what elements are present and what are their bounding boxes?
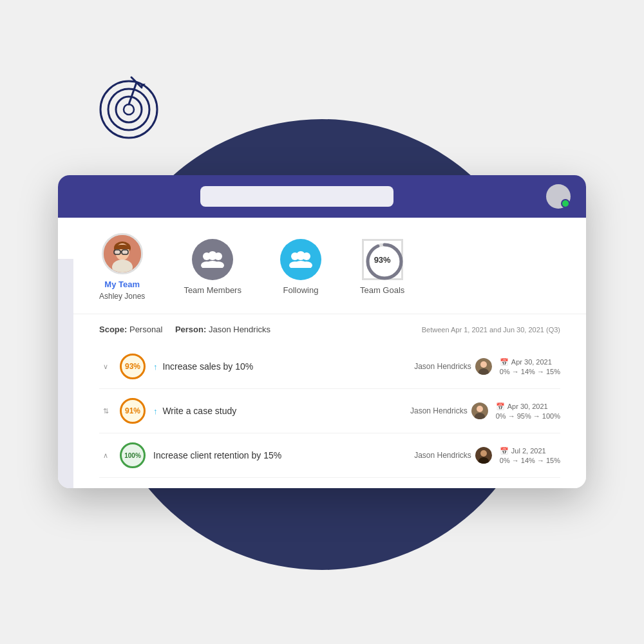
bullseye-icon xyxy=(97,71,174,148)
team-goals-percent: 93% xyxy=(374,255,391,265)
goal-row-2: ⇅ 91% ↑ Write a case study Jason Hendric… xyxy=(99,389,560,433)
svg-point-33 xyxy=(477,406,483,412)
person-avatar-3 xyxy=(475,447,492,464)
svg-point-19 xyxy=(208,251,217,260)
scope-value: Personal xyxy=(129,325,162,334)
tab-my-team[interactable]: My Team Ashley Jones xyxy=(99,233,145,301)
goal-person-1: Jason Hendricks xyxy=(414,358,492,375)
svg-point-25 xyxy=(296,251,305,260)
my-team-label: My Team xyxy=(104,279,140,289)
person-avatar-2 xyxy=(471,402,488,419)
goal-row-3: ∧ 100% Increase client retention by 15% … xyxy=(99,433,560,478)
expand-toggle-3[interactable]: ∧ xyxy=(99,451,112,460)
search-input[interactable] xyxy=(200,186,393,207)
tab-team-goals[interactable]: 93% Team Goals xyxy=(360,239,404,295)
person-value: Jason Hendricks xyxy=(209,325,270,334)
trend-icon-2: ↑ xyxy=(153,406,158,416)
calendar-icon-3: 📅 xyxy=(500,447,509,455)
team-goals-label: Team Goals xyxy=(360,285,404,295)
content-area: Scope: Personal Person: Jason Hendricks … xyxy=(73,314,586,488)
svg-line-4 xyxy=(129,82,137,104)
team-goals-ring: 93% xyxy=(362,239,403,280)
goal-badge-1: 93% xyxy=(120,354,146,379)
goal-text-3: Increase client retention by 15% xyxy=(153,450,406,460)
date-range: Between Apr 1, 2021 and Jun 30, 2021 (Q3… xyxy=(422,326,560,334)
ashley-jones-label: Ashley Jones xyxy=(99,292,145,301)
scope-info: Scope: Personal Person: Jason Hendricks xyxy=(99,325,270,334)
nav-tabs: My Team Ashley Jones xyxy=(73,218,586,314)
following-icon-bg xyxy=(280,239,321,280)
svg-point-1 xyxy=(108,89,149,130)
svg-point-30 xyxy=(480,361,487,368)
goal-person-2: Jason Hendricks xyxy=(410,402,488,419)
scope-bar: Scope: Personal Person: Jason Hendricks … xyxy=(99,325,560,334)
person-label: Person: xyxy=(175,325,206,334)
tab-following[interactable]: Following xyxy=(280,239,321,295)
calendar-icon-1: 📅 xyxy=(500,358,509,366)
svg-rect-11 xyxy=(114,250,120,254)
expand-toggle-1[interactable]: ∨ xyxy=(99,363,112,371)
team-members-icon-bg xyxy=(192,239,233,280)
svg-point-3 xyxy=(124,104,134,115)
goal-text-1: ↑ Increase sales by 10% xyxy=(153,361,406,372)
team-members-label: Team Members xyxy=(184,285,242,295)
search-container xyxy=(200,186,445,207)
scope-label: Scope: xyxy=(99,325,127,334)
svg-point-2 xyxy=(116,97,142,122)
goal-meta-3: Jason Hendricks xyxy=(414,447,560,464)
sidebar-strip xyxy=(58,259,73,488)
person-avatar-1 xyxy=(475,358,492,375)
goal-date-3: 📅 Jul 2, 2021 0% → 14% → 15% xyxy=(500,447,560,464)
my-team-avatar xyxy=(102,233,143,274)
header-bar xyxy=(58,175,586,218)
goal-row-1: ∨ 93% ↑ Increase sales by 10% Jason Hend… xyxy=(99,345,560,389)
svg-point-36 xyxy=(480,450,487,457)
calendar-icon-2: 📅 xyxy=(496,402,505,411)
goal-badge-2: 91% xyxy=(120,398,146,424)
person-name-1: Jason Hendricks xyxy=(414,362,471,371)
goal-text-2: ↑ Write a case study xyxy=(153,406,402,416)
svg-rect-12 xyxy=(122,250,128,254)
app-window: My Team Ashley Jones xyxy=(58,175,586,488)
user-avatar[interactable] xyxy=(546,184,571,209)
person-name-3: Jason Hendricks xyxy=(414,451,471,460)
person-name-2: Jason Hendricks xyxy=(410,406,468,415)
goal-meta-2: Jason Hendricks xyxy=(410,402,560,420)
goal-progress-2: 0% → 95% → 100% xyxy=(496,412,560,420)
trend-icon-1: ↑ xyxy=(153,362,158,372)
goal-meta-1: Jason Hendricks xyxy=(414,358,560,375)
goal-progress-1: 0% → 14% → 15% xyxy=(500,368,560,375)
goal-progress-3: 0% → 14% → 15% xyxy=(500,457,560,464)
tab-team-members[interactable]: Team Members xyxy=(184,239,242,295)
following-label: Following xyxy=(283,285,318,295)
goal-badge-3: 100% xyxy=(120,442,146,468)
goal-date-2: 📅 Apr 30, 2021 0% → 95% → 100% xyxy=(496,402,560,420)
goal-date-1: 📅 Apr 30, 2021 0% → 14% → 15% xyxy=(500,358,560,375)
expand-toggle-2[interactable]: ⇅ xyxy=(99,407,112,415)
goal-person-3: Jason Hendricks xyxy=(414,447,492,464)
